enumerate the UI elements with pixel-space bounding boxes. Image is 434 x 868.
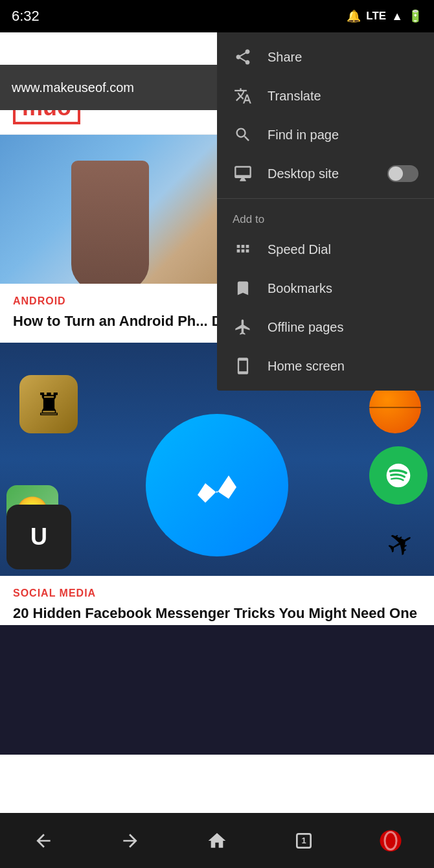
url-text: www.makeuseof.com — [12, 80, 134, 95]
add-to-label: Add to — [217, 204, 434, 230]
homescreen-label: Home screen — [268, 359, 345, 374]
menu-item-desktop[interactable]: Desktop site — [217, 154, 434, 193]
address-bar[interactable]: www.makeuseof.com — [0, 65, 220, 110]
nav-bar: 1 — [0, 813, 434, 868]
menu-section-2: Add to Speed Dial Bookmarks — [217, 199, 434, 391]
translate-label: Translate — [268, 89, 321, 104]
article-1-image — [0, 135, 220, 284]
bottom-dark-section — [0, 625, 434, 755]
offline-label: Offline pages — [268, 320, 344, 335]
lte-label: LTE — [366, 10, 386, 23]
back-button[interactable] — [21, 818, 66, 863]
hand-phone-graphic — [71, 161, 149, 284]
status-bar: 6:32 🔔 LTE ▲ 🔋 — [0, 0, 434, 32]
chess-app-icon: ♜ — [19, 375, 78, 433]
battery-icon: 🔋 — [408, 9, 422, 23]
svg-point-1 — [380, 830, 402, 851]
context-menu: Share Translate Find in page — [217, 32, 434, 391]
menu-item-bookmarks[interactable]: Bookmarks — [217, 269, 434, 308]
menu-item-homescreen[interactable]: Home screen — [217, 347, 434, 385]
menu-item-translate[interactable]: Translate — [217, 76, 434, 115]
share-icon — [233, 47, 253, 67]
uber-app-icon: U — [6, 505, 71, 569]
speeddial-icon — [233, 239, 253, 260]
opera-button[interactable] — [368, 818, 413, 863]
speeddial-label: Speed Dial — [268, 242, 331, 257]
spotify-icon — [369, 446, 428, 505]
status-time: 6:32 — [12, 8, 40, 25]
alarm-icon: 🔔 — [347, 9, 361, 23]
home-button[interactable] — [194, 818, 240, 863]
forward-button[interactable] — [108, 818, 153, 863]
article-2-category: SOCIAL MEDIA — [13, 588, 421, 599]
homescreen-icon — [233, 356, 253, 376]
search-icon — [233, 124, 253, 145]
desktop-toggle[interactable] — [387, 165, 418, 182]
menu-item-speeddial[interactable]: Speed Dial — [217, 230, 434, 269]
share-label: Share — [268, 50, 302, 65]
messenger-icon — [146, 414, 288, 556]
airplane-graphic: ✈ — [380, 521, 422, 567]
menu-item-share[interactable]: Share — [217, 38, 434, 76]
bookmark-icon — [233, 278, 253, 299]
menu-item-find[interactable]: Find in page — [217, 115, 434, 154]
desktop-label: Desktop site — [268, 166, 339, 181]
bookmarks-label: Bookmarks — [268, 281, 332, 296]
status-icons: 🔔 LTE ▲ 🔋 — [347, 9, 422, 23]
desktop-icon — [233, 163, 253, 184]
menu-item-offline[interactable]: Offline pages — [217, 308, 434, 347]
airplane-icon — [233, 317, 253, 337]
menu-section-1: Share Translate Find in page — [217, 32, 434, 199]
translate-icon — [233, 86, 253, 106]
tabs-button[interactable]: 1 — [281, 818, 326, 863]
signal-icon: ▲ — [391, 10, 403, 23]
find-label: Find in page — [268, 128, 339, 143]
